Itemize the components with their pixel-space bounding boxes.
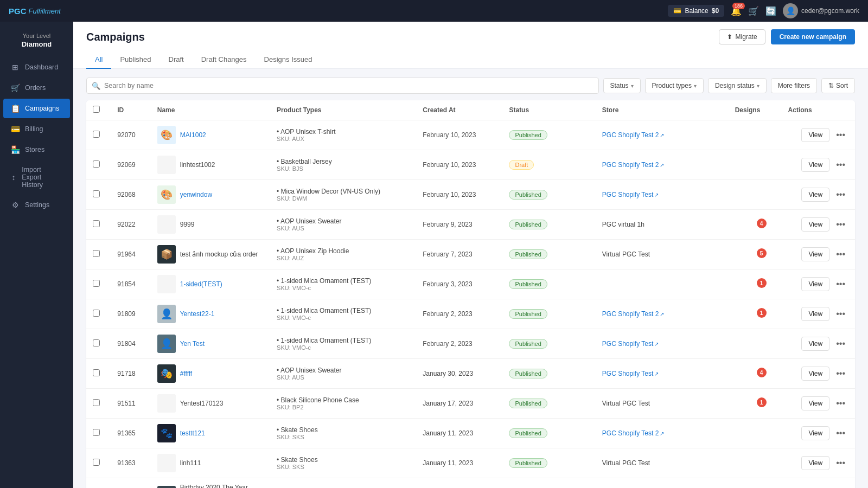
row-checkbox[interactable] — [93, 131, 100, 138]
tab-designs-issued[interactable]: Designs Issued — [256, 51, 321, 69]
designs-badge: 1 — [757, 308, 767, 318]
row-checkbox[interactable] — [93, 280, 100, 287]
tab-draft-changes[interactable]: Draft Changes — [193, 51, 256, 69]
view-button[interactable]: View — [801, 247, 829, 261]
campaign-created-at: February 10, 2023 — [416, 150, 502, 180]
user-menu[interactable]: 👤 ceder@pgcom.work — [783, 3, 859, 18]
row-checkbox[interactable] — [93, 429, 100, 436]
select-all-checkbox[interactable] — [93, 106, 100, 113]
view-button[interactable]: View — [801, 307, 829, 321]
sidebar-item-orders[interactable]: 🛒 Orders — [3, 78, 70, 98]
more-actions-button[interactable]: ••• — [833, 426, 848, 440]
sidebar-item-import-export[interactable]: ↕ Import Export History — [3, 160, 70, 194]
row-checkbox[interactable] — [93, 459, 100, 466]
more-actions-button[interactable]: ••• — [833, 456, 848, 470]
view-button[interactable]: View — [801, 456, 829, 470]
sidebar-item-dashboard[interactable]: ⊞ Dashboard — [3, 57, 70, 77]
tab-all[interactable]: All — [86, 51, 111, 69]
external-link-icon: ↗ — [654, 371, 659, 377]
store-link[interactable]: PGC Shopify Test 2↗ — [602, 310, 665, 318]
status-badge: Published — [509, 339, 547, 349]
row-checkbox[interactable] — [93, 369, 100, 376]
campaign-id: 92070 — [111, 120, 150, 150]
more-actions-button[interactable]: ••• — [833, 396, 848, 410]
row-checkbox[interactable] — [93, 310, 100, 317]
view-button[interactable]: View — [801, 158, 829, 172]
campaign-name-link[interactable]: yenwindow — [180, 190, 212, 200]
view-button[interactable]: View — [801, 396, 829, 410]
campaign-name-link[interactable]: testtt121 — [180, 429, 205, 438]
store-link[interactable]: PGC Shopify Test 2↗ — [602, 429, 665, 437]
view-button[interactable]: View — [801, 217, 829, 232]
campaign-name-link[interactable]: 1-sided(TEST) — [180, 280, 222, 289]
campaign-name-link[interactable]: Yentest22-1 — [180, 310, 215, 319]
sidebar: Your Level Diamond ⊞ Dashboard 🛒 Orders … — [0, 22, 73, 488]
campaign-name-link[interactable]: Yen Test — [180, 339, 205, 349]
view-button[interactable]: View — [801, 128, 829, 142]
tab-published[interactable]: Published — [111, 51, 159, 69]
campaign-status: Published — [502, 359, 595, 389]
campaign-id: 91964 — [111, 240, 150, 269]
more-actions-button[interactable]: ••• — [833, 277, 848, 291]
campaign-thumbnail: 🎨 — [157, 185, 176, 204]
designs-badge: 5 — [757, 248, 767, 258]
store-link[interactable]: PGC Shopify Test↗ — [602, 191, 659, 198]
header-name: Name — [151, 100, 270, 120]
more-actions-button[interactable]: ••• — [833, 247, 848, 261]
view-button[interactable]: View — [801, 277, 829, 291]
campaign-created-at: February 7, 2023 — [416, 240, 502, 269]
more-actions-button[interactable]: ••• — [833, 128, 848, 142]
campaign-name-link[interactable]: #fffff — [180, 369, 192, 378]
sort-button[interactable]: ⇅ Sort — [821, 78, 855, 93]
row-checkbox[interactable] — [93, 339, 100, 346]
row-checkbox[interactable] — [93, 190, 100, 197]
sidebar-item-billing[interactable]: 💳 Billing — [3, 119, 70, 139]
designs-badge: 4 — [757, 368, 767, 377]
sidebar-item-campaigns[interactable]: 📋 Campaigns — [3, 99, 70, 118]
view-button[interactable]: View — [801, 426, 829, 440]
table-row: 91718 🎭 #fffff • AOP Unisex Sweater SKU:… — [86, 359, 855, 389]
more-actions-button[interactable]: ••• — [833, 367, 848, 381]
external-link-icon: ↗ — [660, 311, 664, 317]
sidebar-item-stores[interactable]: 🏪 Stores — [3, 140, 70, 159]
cart-button[interactable]: 🛒 — [748, 6, 759, 16]
store-link[interactable]: PGC Shopify Test↗ — [602, 340, 659, 348]
more-actions-button[interactable]: ••• — [833, 217, 848, 232]
more-actions-button[interactable]: ••• — [833, 307, 848, 321]
store-link[interactable]: PGC Shopify Test 2↗ — [602, 131, 665, 139]
migrate-button[interactable]: ⬆ Migrate — [719, 29, 765, 44]
more-actions-button[interactable]: ••• — [833, 337, 848, 351]
view-button[interactable]: View — [801, 367, 829, 381]
design-status-filter-button[interactable]: Design status ▾ — [708, 78, 767, 93]
view-button[interactable]: View — [801, 337, 829, 351]
table-row: 92069 linhtest1002 • Basketball Jersey S… — [86, 150, 855, 180]
more-actions-button[interactable]: ••• — [833, 158, 848, 172]
search-input[interactable] — [86, 78, 599, 94]
row-checkbox[interactable] — [93, 250, 100, 257]
create-campaign-button[interactable]: Create new campaign — [771, 29, 855, 44]
status-filter-button[interactable]: Status ▾ — [603, 78, 641, 93]
campaign-name: linhtest1002 — [180, 161, 215, 169]
view-button[interactable]: View — [801, 188, 829, 202]
user-level-label: Your Level — [4, 33, 69, 39]
campaign-name-link[interactable]: MAI1002 — [180, 131, 206, 140]
notifications-button[interactable]: 🔔 186 — [731, 6, 742, 16]
more-actions-button[interactable]: ••• — [833, 188, 848, 202]
row-checkbox[interactable] — [93, 399, 100, 406]
balance-widget[interactable]: 💳 Balance $0 — [668, 5, 724, 17]
external-link-icon: ↗ — [660, 162, 664, 168]
campaign-store: PGC Shopify Test 2↗ — [596, 419, 729, 448]
actions-cell: View ••• — [788, 247, 848, 261]
refresh-button[interactable]: 🔄 — [765, 6, 776, 16]
row-checkbox[interactable] — [93, 220, 100, 227]
sidebar-item-settings[interactable]: ⚙ Settings — [3, 195, 70, 215]
store-link[interactable]: PGC Shopify Test 2↗ — [602, 161, 665, 169]
designs-cell: 1 — [735, 486, 775, 488]
store-link[interactable]: PGC Shopify Test↗ — [602, 370, 659, 377]
tab-draft[interactable]: Draft — [160, 51, 193, 69]
campaign-thumbnail — [157, 156, 176, 174]
more-filters-button[interactable]: More filters — [771, 78, 817, 93]
product-types-filter-button[interactable]: Product types ▾ — [645, 78, 704, 93]
campaign-thumbnail: 🎨 — [157, 126, 176, 144]
row-checkbox[interactable] — [93, 160, 100, 168]
